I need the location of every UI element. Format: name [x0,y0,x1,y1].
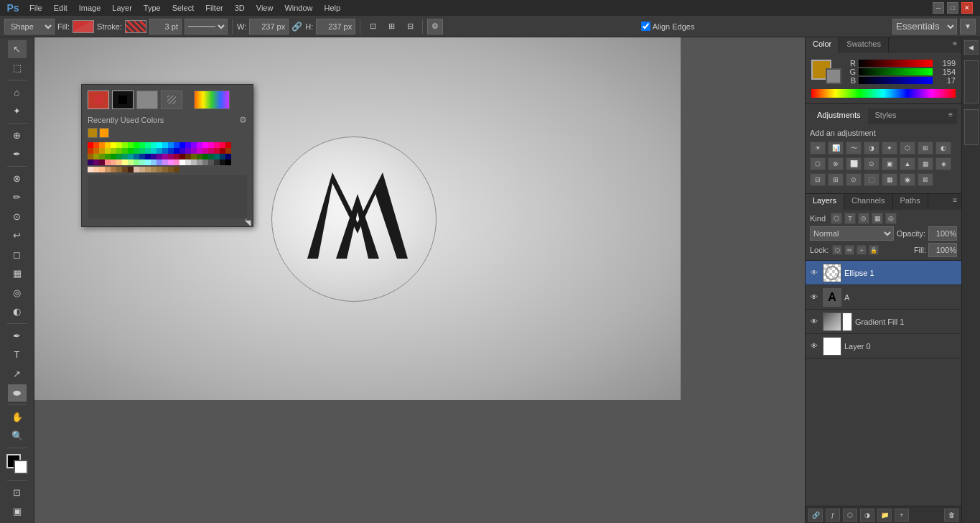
color-cell[interactable] [93,148,99,154]
eraser-tool[interactable]: ◻ [8,246,27,264]
color-cell[interactable] [93,154,99,159]
color-cell[interactable] [105,142,111,148]
close-button[interactable]: ✕ [961,2,973,14]
stroke-color-swatch[interactable] [125,20,146,33]
bw-adj-btn[interactable]: ◐ [935,142,951,154]
type-tool[interactable]: T [8,346,27,364]
color-cell[interactable] [145,154,151,159]
color-cell[interactable] [111,142,116,148]
eyedropper-tool[interactable]: ✒ [8,145,27,163]
color-cell[interactable] [105,148,111,154]
color-cell[interactable] [111,148,116,154]
color-cell[interactable] [174,148,179,154]
height-input[interactable] [316,19,355,34]
adj-panel-menu-btn[interactable]: ≡ [944,108,957,124]
bg-color-box[interactable] [826,68,841,84]
adj-btn-13[interactable]: ▦ [882,173,897,186]
color-cell[interactable] [202,154,208,159]
color-cell[interactable] [208,159,214,165]
tab-styles[interactable]: Styles [868,108,904,124]
color-cell[interactable] [139,154,145,159]
color-cell[interactable] [214,142,220,148]
brush-tool[interactable]: ✏ [8,188,27,206]
color-cell[interactable] [191,148,197,154]
color-cell[interactable] [139,167,145,172]
adj-btn-11[interactable]: ⊙ [846,173,862,186]
color-cell[interactable] [116,142,122,148]
color-cell[interactable] [93,159,99,165]
posterize-adj-btn[interactable]: ▣ [882,157,897,170]
hand-tool[interactable]: ✋ [8,408,27,426]
color-cell[interactable] [116,154,122,159]
add-mask-btn[interactable]: ⬡ [843,509,857,522]
tab-layers[interactable]: Layers [806,194,844,210]
color-cell[interactable] [99,154,105,159]
background-color[interactable] [14,460,28,474]
color-cell[interactable] [157,148,162,154]
color-cell[interactable] [225,148,231,154]
align-left-btn[interactable]: ⊡ [365,19,381,34]
color-cell[interactable] [174,167,179,172]
kind-icon-2[interactable]: T [844,213,856,224]
magic-wand-tool[interactable]: ✦ [8,102,27,120]
add-group-btn[interactable]: 📁 [877,509,892,522]
menu-file[interactable]: File [24,2,47,14]
brightness-adj-btn[interactable]: ☀ [810,142,826,154]
color-cell[interactable] [225,142,231,148]
color-cell[interactable] [202,142,208,148]
adj-btn-15[interactable]: ⊠ [918,173,933,186]
color-cell[interactable] [111,159,116,165]
color-cell[interactable] [88,159,93,165]
align-transform-btn[interactable]: ⊟ [402,19,418,34]
dodge-tool[interactable]: ◐ [8,303,27,321]
color-cell[interactable] [214,154,220,159]
lock-position-btn[interactable]: + [857,245,867,255]
color-cell[interactable] [202,159,208,165]
align-edges-checkbox[interactable] [641,22,650,31]
color-cell[interactable] [128,148,134,154]
color-cell[interactable] [105,154,111,159]
recent-color-1[interactable] [88,128,98,138]
menu-filter[interactable]: Filter [200,2,228,14]
shape-mode-select[interactable]: Shape [4,19,55,34]
color-cell[interactable] [185,148,191,154]
color-cell[interactable] [225,154,231,159]
layer-visibility-gradient[interactable]: 👁 [808,316,820,328]
crop-tool[interactable]: ⊕ [8,126,27,144]
color-cell[interactable] [145,148,151,154]
layer-item-gradient[interactable]: 👁 Gradient Fill 1 [806,310,961,334]
color-cell[interactable] [202,148,208,154]
gray-btn[interactable] [136,91,158,109]
fill-color-swatch[interactable] [73,20,94,33]
color-cell[interactable] [208,154,214,159]
add-adj-layer-btn[interactable]: ◑ [860,509,874,522]
color-cell[interactable] [185,142,191,148]
color-spectrum[interactable] [811,89,956,98]
panel-menu-btn[interactable]: ≡ [948,37,961,53]
color-cell[interactable] [145,159,151,165]
menu-window[interactable]: Window [279,2,317,14]
kind-icon-5[interactable]: ◎ [885,213,897,224]
resize-handle[interactable]: ◥ [245,218,247,221]
picker-settings-icon[interactable]: ⚙ [239,115,247,125]
tab-color[interactable]: Color [806,37,839,53]
layer-visibility-a[interactable]: 👁 [808,292,820,303]
color-cell[interactable] [93,142,99,148]
adj-btn-14[interactable]: ◉ [900,173,915,186]
color-cell[interactable] [151,148,157,154]
tab-paths[interactable]: Paths [893,194,928,210]
menu-3d[interactable]: 3D [230,2,250,14]
color-cell[interactable] [122,142,128,148]
layer-visibility-ellipse1[interactable]: 👁 [808,267,820,279]
delete-layer-btn[interactable]: 🗑 [944,509,958,522]
color-cell[interactable] [116,148,122,154]
color-cell[interactable] [128,142,134,148]
color-cell[interactable] [99,167,105,172]
tab-adjustments[interactable]: Adjustments [810,108,868,124]
color-cell[interactable] [162,159,168,165]
hsl-adj-btn[interactable]: ⬡ [900,142,915,154]
color-cell[interactable] [185,159,191,165]
color-cell[interactable] [88,148,93,154]
color-cell[interactable] [168,167,174,172]
solid-black-btn[interactable] [112,91,134,109]
